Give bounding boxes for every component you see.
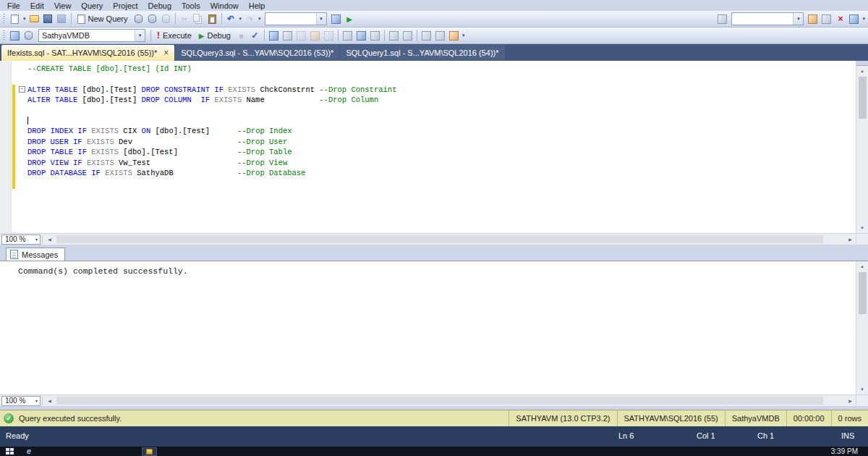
intellisense-button[interactable] bbox=[295, 29, 307, 43]
save-button[interactable] bbox=[42, 12, 54, 26]
taskbar-ssms-button[interactable] bbox=[142, 447, 157, 456]
tab-sqlquery1[interactable]: SQLQuery1.sql - S...YAVM\SQL2016 (54))* bbox=[340, 45, 504, 61]
tab-ifexists[interactable]: Ifexists.sql - SAT...HYAVM\SQL2016 (55))… bbox=[1, 45, 174, 61]
connect-button[interactable] bbox=[9, 29, 21, 43]
code-line[interactable] bbox=[27, 74, 855, 84]
code-line[interactable]: DROP VIEW IF EXISTS Vw_Test --Drop View bbox=[27, 158, 855, 168]
tab-messages[interactable]: Messages bbox=[6, 248, 65, 261]
cut-button[interactable]: ✂ bbox=[179, 12, 191, 26]
combo-caret-icon[interactable]: ▾ bbox=[35, 237, 40, 242]
copy-button[interactable] bbox=[192, 12, 205, 26]
code-line[interactable]: --CREATE TABLE [dbo].[Test] (Id INT) bbox=[27, 64, 855, 74]
tab-sqlquery3[interactable]: SQLQuery3.sql - S...YAVM\SQL2016 (53))* bbox=[175, 45, 339, 61]
combo-caret-icon[interactable]: ▾ bbox=[793, 13, 803, 25]
combo-caret-icon[interactable]: ▾ bbox=[135, 30, 145, 41]
menu-help[interactable]: Help bbox=[244, 0, 271, 11]
code-line[interactable] bbox=[27, 178, 855, 188]
combo-caret-icon[interactable]: ▾ bbox=[316, 13, 326, 25]
new-query-button[interactable]: New Query bbox=[74, 12, 132, 26]
taskbar-clock[interactable]: 3:39 PM bbox=[831, 447, 868, 455]
menu-query[interactable]: Query bbox=[76, 0, 108, 11]
increase-indent-button[interactable] bbox=[434, 29, 446, 43]
comment-button[interactable] bbox=[388, 29, 400, 43]
undo-dropdown-icon[interactable]: ▾ bbox=[238, 16, 244, 22]
menu-tools[interactable]: Tools bbox=[176, 0, 205, 11]
messages-vertical-scrollbar[interactable]: ▲ ▼ bbox=[856, 261, 868, 394]
toolbar-grip[interactable] bbox=[3, 14, 5, 25]
scroll-left-icon[interactable]: ◀ bbox=[44, 237, 55, 242]
close-icon[interactable]: × bbox=[163, 49, 169, 56]
scroll-right-icon[interactable]: ▶ bbox=[845, 237, 856, 242]
start-button-toolbar[interactable]: ▶ bbox=[344, 12, 356, 26]
menu-view[interactable]: View bbox=[49, 0, 77, 11]
splitter-handle[interactable] bbox=[856, 61, 868, 66]
query-options-button[interactable] bbox=[281, 29, 294, 43]
scroll-up-icon[interactable]: ▲ bbox=[856, 261, 868, 271]
menu-edit[interactable]: Edit bbox=[25, 0, 49, 11]
available-databases-combo[interactable]: SathyaVMDB ▾ bbox=[38, 29, 145, 42]
code-line[interactable]: DROP INDEX IF EXISTS CIX ON [dbo].[Test]… bbox=[27, 126, 855, 136]
taskbar-browser-button[interactable]: e bbox=[23, 447, 35, 456]
scroll-left-icon[interactable]: ◀ bbox=[44, 398, 55, 403]
include-actual-plan-button[interactable] bbox=[309, 29, 321, 43]
quick-launch-combo[interactable]: ▾ bbox=[731, 12, 804, 25]
menu-debug[interactable]: Debug bbox=[143, 0, 176, 11]
xmla-query-button[interactable] bbox=[160, 12, 172, 26]
code-line[interactable] bbox=[27, 116, 855, 126]
change-connection-button[interactable] bbox=[22, 29, 35, 43]
scroll-down-icon[interactable]: ▼ bbox=[856, 223, 868, 233]
messages-horizontal-scrollbar[interactable] bbox=[55, 395, 845, 406]
specify-template-values-button[interactable] bbox=[448, 29, 460, 43]
cancel-button-toolbar[interactable]: × bbox=[834, 12, 846, 26]
properties-button[interactable] bbox=[820, 12, 833, 26]
menu-project[interactable]: Project bbox=[108, 0, 142, 11]
editor-vertical-scrollbar[interactable]: ▲ ▼ bbox=[856, 61, 868, 233]
combo-caret-icon[interactable]: ▾ bbox=[35, 398, 40, 403]
menu-window[interactable]: Window bbox=[205, 0, 244, 11]
find-button[interactable] bbox=[330, 12, 342, 26]
scroll-thumb[interactable] bbox=[56, 397, 823, 405]
estimated-plan-button[interactable] bbox=[268, 29, 280, 43]
results-to-grid-button[interactable] bbox=[355, 29, 367, 43]
open-file-button[interactable] bbox=[28, 12, 41, 26]
parse-button[interactable]: ✓ bbox=[249, 29, 261, 43]
selection-margin[interactable] bbox=[0, 61, 12, 233]
code-line[interactable]: ALTER TABLE [dbo].[Test] DROP CONSTRAINT… bbox=[27, 85, 855, 95]
toolbar-overflow-icon[interactable]: ▾ bbox=[461, 33, 467, 38]
navigate-combo[interactable]: ▾ bbox=[265, 12, 327, 25]
scroll-thumb[interactable] bbox=[56, 235, 823, 243]
code-line[interactable]: ALTER TABLE [dbo].[Test] DROP COLUMN IF … bbox=[27, 95, 855, 105]
scroll-thumb[interactable] bbox=[859, 77, 867, 119]
toolbar-overflow-icon[interactable]: ▾ bbox=[861, 16, 867, 22]
scroll-down-icon[interactable]: ▼ bbox=[856, 384, 868, 394]
scroll-thumb[interactable] bbox=[859, 272, 867, 314]
scroll-right-icon[interactable]: ▶ bbox=[845, 398, 856, 403]
messages-pane[interactable]: Command(s) completed successfully. ▲ ▼ bbox=[0, 261, 868, 394]
scroll-up-icon[interactable]: ▲ bbox=[856, 66, 868, 76]
undo-button[interactable]: ↶ bbox=[225, 12, 237, 26]
collapse-minus-icon[interactable]: − bbox=[19, 86, 25, 93]
uncomment-button[interactable] bbox=[401, 29, 414, 43]
database-engine-query-button[interactable] bbox=[132, 12, 145, 26]
editor-horizontal-scrollbar[interactable] bbox=[55, 234, 845, 245]
code-line[interactable] bbox=[27, 106, 855, 116]
paste-button[interactable] bbox=[206, 12, 218, 26]
debug-button[interactable]: ▶ Debug bbox=[195, 29, 234, 43]
code-line[interactable]: DROP DATABASE IF EXISTS SathyaDB --Drop … bbox=[27, 168, 855, 178]
results-to-text-button[interactable] bbox=[341, 29, 354, 43]
navigate-back-button[interactable] bbox=[716, 12, 728, 26]
execute-button[interactable]: ! Execute bbox=[153, 29, 195, 43]
new-file-dropdown-icon[interactable]: ▾ bbox=[22, 16, 27, 22]
registered-servers-button[interactable] bbox=[807, 12, 819, 26]
start-button[interactable] bbox=[0, 447, 19, 456]
client-statistics-button[interactable] bbox=[323, 29, 335, 43]
redo-button[interactable]: ↷ bbox=[244, 12, 256, 26]
toolbar-grip[interactable] bbox=[3, 30, 5, 41]
messages-zoom-combo[interactable]: 100 % ▾ bbox=[1, 396, 41, 406]
code-line[interactable]: DROP USER IF EXISTS Dev --Drop User bbox=[27, 137, 855, 147]
editor-zoom-combo[interactable]: 100 % ▾ bbox=[1, 235, 41, 245]
menu-file[interactable]: File bbox=[2, 0, 25, 11]
results-to-file-button[interactable] bbox=[369, 29, 381, 43]
save-all-button[interactable] bbox=[56, 12, 68, 26]
code-line[interactable]: DROP TABLE IF EXISTS [dbo].[Test] --Drop… bbox=[27, 147, 855, 157]
